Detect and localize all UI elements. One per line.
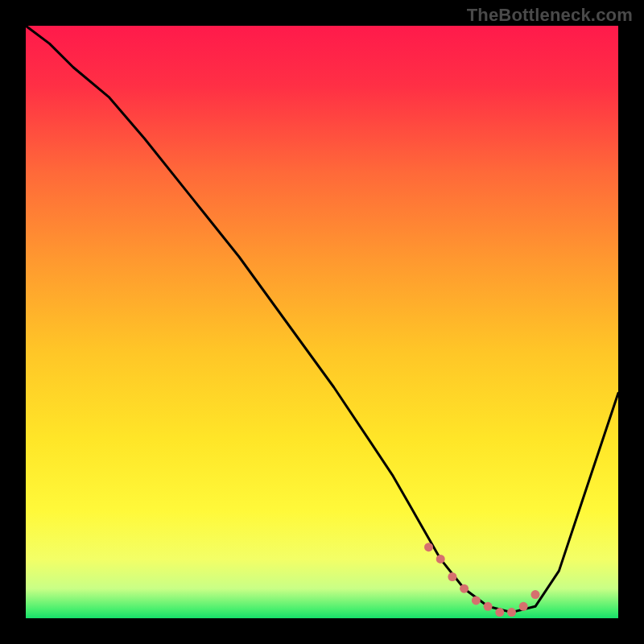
optimal-dot [424,543,433,551]
optimal-dot [448,572,456,581]
optimal-dot [472,596,481,605]
plot-area [26,26,618,618]
optimal-range-dots [424,543,540,617]
optimal-dot [436,555,445,564]
bottleneck-curve [26,26,618,613]
watermark-text: TheBottleneck.com [467,5,633,26]
optimal-dot [519,602,528,611]
curve-layer [26,26,618,618]
optimal-dot [531,590,540,599]
chart-frame: TheBottleneck.com [0,0,644,644]
optimal-dot [484,602,493,611]
optimal-dot [495,608,504,617]
optimal-dot [507,608,516,617]
optimal-dot [460,584,469,593]
